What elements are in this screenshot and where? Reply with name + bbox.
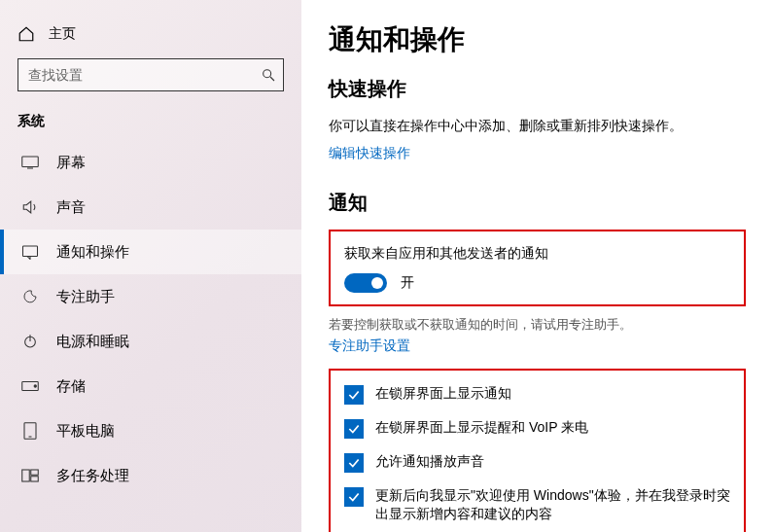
check-label: 更新后向我显示"欢迎使用 Windows"体验，并在我登录时突出显示新增内容和建…	[375, 486, 730, 524]
sidebar-item-label: 专注助手	[56, 288, 115, 306]
quick-desc: 你可以直接在操作中心中添加、删除或重新排列快速操作。	[329, 116, 746, 135]
highlight-box-checks: 在锁屏界面上显示通知 在锁屏界面上显示提醒和 VoIP 来电 允许通知播放声音 …	[329, 369, 746, 532]
sidebar-item-label: 屏幕	[56, 154, 86, 172]
home-label: 主页	[49, 25, 76, 43]
check-row-lockscreen-voip: 在锁屏界面上显示提醒和 VoIP 来电	[344, 418, 730, 439]
svg-rect-4	[23, 246, 38, 257]
toggle-state-label: 开	[401, 274, 414, 292]
svg-rect-12	[31, 470, 39, 475]
svg-rect-13	[31, 477, 39, 481]
main-panel: 通知和操作 快速操作 你可以直接在操作中心中添加、删除或重新排列快速操作。 编辑…	[301, 0, 773, 532]
check-row-welcome: 更新后向我显示"欢迎使用 Windows"体验，并在我登录时突出显示新增内容和建…	[344, 486, 730, 524]
sidebar-item-multitask[interactable]: 多任务处理	[0, 453, 301, 498]
check-row-lockscreen-notify: 在锁屏界面上显示通知	[344, 384, 730, 405]
check-row-sound: 允许通知播放声音	[344, 452, 730, 473]
search-input[interactable]	[18, 58, 284, 91]
sidebar-item-storage[interactable]: 存储	[0, 364, 301, 408]
search-icon	[261, 67, 276, 83]
checkbox[interactable]	[344, 385, 364, 405]
checkbox[interactable]	[344, 453, 364, 473]
svg-point-8	[34, 385, 36, 387]
notifications-section: 通知 获取来自应用和其他发送者的通知 开 若要控制获取或不获取通知的时间，请试用…	[329, 190, 746, 532]
edit-quick-actions-link[interactable]: 编辑快速操作	[329, 145, 410, 160]
sidebar-item-sound[interactable]: 声音	[0, 185, 301, 230]
power-icon	[21, 334, 39, 349]
svg-rect-2	[22, 157, 39, 167]
display-icon	[21, 156, 39, 169]
sidebar-item-label: 平板电脑	[56, 422, 115, 441]
notify-heading: 通知	[329, 190, 746, 216]
focus-hint: 若要控制获取或不获取通知的时间，请试用专注助手。	[329, 316, 746, 334]
sound-icon	[21, 199, 39, 215]
svg-point-0	[264, 70, 271, 78]
sidebar-item-label: 存储	[56, 377, 86, 396]
sidebar-item-label: 电源和睡眠	[56, 333, 129, 351]
quick-actions-section: 快速操作 你可以直接在操作中心中添加、删除或重新排列快速操作。 编辑快速操作	[329, 76, 746, 162]
quick-heading: 快速操作	[329, 76, 746, 102]
sidebar-item-tablet[interactable]: 平板电脑	[0, 408, 301, 453]
sidebar-item-label: 声音	[56, 198, 86, 217]
toggle-title: 获取来自应用和其他发送者的通知	[344, 243, 730, 263]
sidebar-item-label: 多任务处理	[56, 467, 129, 485]
focus-assist-link[interactable]: 专注助手设置	[329, 337, 410, 353]
page-title: 通知和操作	[329, 21, 746, 58]
check-label: 在锁屏界面上显示通知	[375, 384, 511, 404]
group-title: 系统	[0, 107, 301, 140]
sidebar-item-power[interactable]: 电源和睡眠	[0, 319, 301, 364]
sidebar-item-focus[interactable]: 专注助手	[0, 274, 301, 319]
svg-line-1	[270, 77, 274, 81]
home-link[interactable]: 主页	[0, 18, 301, 54]
highlight-box-toggle: 获取来自应用和其他发送者的通知 开	[329, 230, 746, 305]
sidebar-item-notifications[interactable]: 通知和操作	[0, 230, 301, 274]
home-icon	[18, 25, 35, 43]
focus-icon	[21, 289, 39, 304]
notifications-icon	[21, 244, 39, 260]
sidebar: 主页 系统 屏幕 声音 通知和操作 专注助手 电源和睡眠 存储 平板电脑 多任务	[0, 0, 301, 532]
checkbox[interactable]	[344, 419, 364, 439]
check-label: 在锁屏界面上显示提醒和 VoIP 来电	[375, 418, 588, 438]
notifications-toggle[interactable]	[344, 273, 387, 293]
tablet-icon	[21, 422, 39, 440]
svg-rect-11	[22, 470, 30, 481]
search-wrap	[18, 58, 284, 91]
check-label: 允许通知播放声音	[375, 452, 484, 472]
checkbox[interactable]	[344, 487, 364, 507]
multitask-icon	[21, 469, 39, 482]
storage-icon	[21, 380, 39, 392]
sidebar-item-label: 通知和操作	[56, 243, 129, 262]
sidebar-item-display[interactable]: 屏幕	[0, 140, 301, 185]
